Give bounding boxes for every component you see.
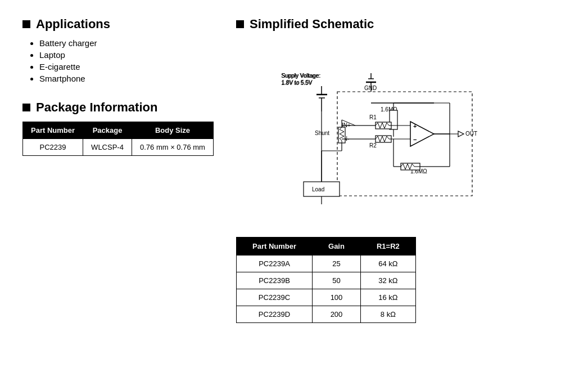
list-item: E-cigarette: [39, 62, 214, 71]
pkg-cell-partnumber: PC2239: [23, 139, 83, 156]
package-table: Part Number Package Body Size PC2239 WLC…: [22, 122, 214, 156]
pkg-col-package: Package: [83, 122, 132, 139]
package-section: Package Information Part Number Package …: [22, 100, 214, 156]
gain-cell-r1r2-a: 64 kΩ: [360, 256, 415, 272]
schematic-square-icon: [236, 20, 244, 28]
opamp-minus: −: [413, 136, 417, 143]
gain-cell-gain-c: 100: [313, 289, 361, 306]
shunt-label: Shunt: [315, 130, 329, 136]
table-row: PC2239 WLCSP-4 0.76 mm × 0.76 mm: [23, 139, 214, 156]
out-symbol: [458, 131, 464, 137]
pkg-col-bodysize: Body Size: [132, 122, 213, 139]
load-label: Load: [312, 186, 324, 192]
table-row: PC2239C 100 16 kΩ: [237, 289, 416, 306]
pkg-cell-package: WLCSP-4: [83, 139, 132, 156]
schematic-diagram: Supply Voltage: 1.8V to 5.5V Supply Volt…: [236, 38, 566, 220]
gain-cell-pn-a: PC2239A: [237, 256, 313, 272]
table-row: PC2239A 25 64 kΩ: [237, 256, 416, 272]
gain-cell-r1r2-b: 32 kΩ: [360, 272, 415, 289]
package-square-icon: [22, 104, 30, 111]
supply-value: 1.8V to 5.5V: [281, 80, 312, 86]
r1-label: R1: [369, 114, 377, 120]
opamp-plus: +: [413, 123, 417, 129]
applications-section-header: Applications: [22, 17, 214, 32]
gain-cell-pn-c: PC2239C: [237, 289, 313, 306]
gain-cell-gain-d: 200: [313, 306, 361, 323]
table-row: PC2239B 50 32 kΩ: [237, 272, 416, 289]
main-layout: Applications Battery charger Laptop E-ci…: [22, 17, 566, 323]
gain-col-r1r2: R1=R2: [360, 237, 415, 256]
schematic-svg: Supply Voltage: 1.8V to 5.5V Supply Volt…: [236, 38, 506, 218]
applications-square-icon: [22, 20, 30, 28]
gain-cell-pn-b: PC2239B: [237, 272, 313, 289]
gain-cell-gain-b: 50: [313, 272, 361, 289]
out-label: OUT: [465, 131, 477, 137]
pkg-cell-bodysize: 0.76 mm × 0.76 mm: [132, 139, 213, 156]
gain-cell-r1r2-d: 8 kΩ: [360, 306, 415, 323]
list-item: Battery charger: [39, 38, 214, 48]
schematic-title: Simplified Schematic: [250, 17, 374, 32]
supply-label: Supply Voltage:: [281, 73, 320, 79]
gain-cell-r1r2-c: 16 kΩ: [360, 289, 415, 306]
gnd-label: GND: [364, 85, 377, 91]
package-title: Package Information: [36, 100, 157, 115]
dashed-box: [337, 92, 472, 196]
gain-col-partnumber: Part Number: [237, 237, 313, 256]
list-item: Laptop: [39, 50, 214, 60]
gain-table: Part Number Gain R1=R2 PC2239A 25 64 kΩ …: [236, 237, 416, 323]
gain-cell-pn-d: PC2239D: [237, 306, 313, 323]
table-row: PC2239D 200 8 kΩ: [237, 306, 416, 323]
package-section-header: Package Information: [22, 100, 214, 115]
pkg-col-partnumber: Part Number: [23, 122, 83, 139]
list-item: Smartphone: [39, 74, 214, 83]
gain-cell-gain-a: 25: [313, 256, 361, 272]
schematic-section-header: Simplified Schematic: [236, 17, 566, 32]
right-panel: Simplified Schematic Supply Voltage: 1.8…: [236, 17, 566, 323]
schematic-container: Simplified Schematic Supply Voltage: 1.8…: [236, 17, 566, 220]
r2-label: R2: [369, 142, 377, 149]
applications-title: Applications: [36, 17, 110, 32]
applications-list: Battery charger Laptop E-cigarette Smart…: [22, 38, 214, 83]
gain-col-gain: Gain: [313, 237, 361, 256]
left-panel: Applications Battery charger Laptop E-ci…: [22, 17, 214, 156]
